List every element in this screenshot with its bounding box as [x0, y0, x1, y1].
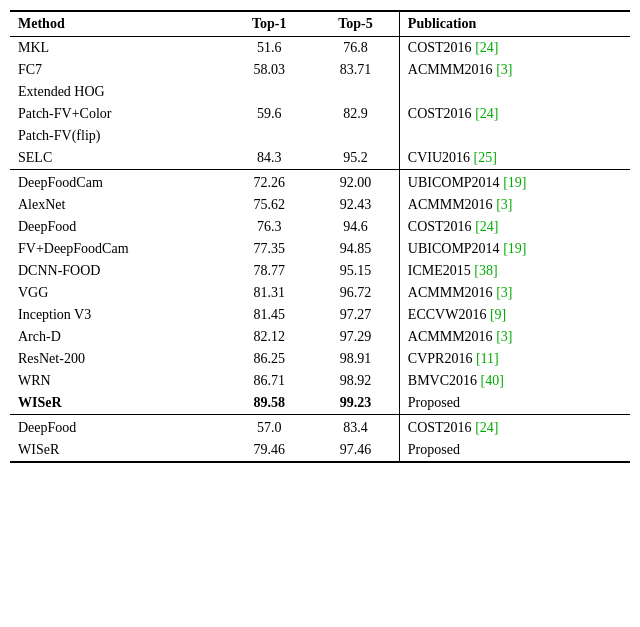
top5-cell: 96.72 — [312, 282, 399, 304]
method-cell: Arch-D — [10, 326, 226, 348]
top1-cell — [226, 81, 312, 103]
table-row: Inception V381.4597.27ECCVW2016 [9] — [10, 304, 630, 326]
publication-cell: BMVC2016 [40] — [399, 370, 630, 392]
top5-header: Top-5 — [312, 11, 399, 37]
top1-cell: 51.6 — [226, 37, 312, 60]
publication-cell: CVPR2016 [11] — [399, 348, 630, 370]
table-row: SELC84.395.2CVIU2016 [25] — [10, 147, 630, 170]
method-cell: DeepFood — [10, 216, 226, 238]
top5-cell: 82.9 — [312, 103, 399, 125]
table-row: MKL51.676.8COST2016 [24] — [10, 37, 630, 60]
top1-cell: 72.26 — [226, 170, 312, 195]
top1-header: Top-1 — [226, 11, 312, 37]
table-row: FC758.0383.71ACMMM2016 [3] — [10, 59, 630, 81]
top5-cell: 99.23 — [312, 392, 399, 415]
method-cell: DeepFood — [10, 415, 226, 440]
method-cell: WISeR — [10, 392, 226, 415]
top1-cell: 86.71 — [226, 370, 312, 392]
table-container: Method Top-1 Top-5 Publication MKL51.676… — [10, 10, 630, 463]
top5-cell — [312, 125, 399, 147]
top1-cell: 89.58 — [226, 392, 312, 415]
top5-cell: 98.92 — [312, 370, 399, 392]
top1-cell: 82.12 — [226, 326, 312, 348]
method-cell: Patch-FV+Color — [10, 103, 226, 125]
method-cell: Patch-FV(flip) — [10, 125, 226, 147]
table-row: AlexNet75.6292.43ACMMM2016 [3] — [10, 194, 630, 216]
method-cell: MKL — [10, 37, 226, 60]
publication-cell: ACMMM2016 [3] — [399, 59, 630, 81]
publication-cell: COST2016 [24] — [399, 415, 630, 440]
publication-cell — [399, 81, 630, 103]
method-cell: ResNet-200 — [10, 348, 226, 370]
publication-cell: UBICOMP2014 [19] — [399, 170, 630, 195]
method-cell: DeepFoodCam — [10, 170, 226, 195]
top5-cell: 95.2 — [312, 147, 399, 170]
top1-cell: 77.35 — [226, 238, 312, 260]
top5-cell: 97.27 — [312, 304, 399, 326]
publication-cell: COST2016 [24] — [399, 37, 630, 60]
publication-cell: ACMMM2016 [3] — [399, 282, 630, 304]
table-row: WISeR89.5899.23Proposed — [10, 392, 630, 415]
publication-cell: COST2016 [24] — [399, 216, 630, 238]
publication-cell — [399, 125, 630, 147]
publication-cell: UBICOMP2014 [19] — [399, 238, 630, 260]
publication-cell: ICME2015 [38] — [399, 260, 630, 282]
top5-cell: 97.29 — [312, 326, 399, 348]
top1-cell: 57.0 — [226, 415, 312, 440]
top5-cell: 92.00 — [312, 170, 399, 195]
top1-cell: 76.3 — [226, 216, 312, 238]
method-cell: DCNN-FOOD — [10, 260, 226, 282]
table-row: ResNet-20086.2598.91CVPR2016 [11] — [10, 348, 630, 370]
top1-cell — [226, 125, 312, 147]
top5-cell: 97.46 — [312, 439, 399, 462]
method-cell: AlexNet — [10, 194, 226, 216]
table-row: Patch-FV(flip) — [10, 125, 630, 147]
table-row: DeepFoodCam72.2692.00UBICOMP2014 [19] — [10, 170, 630, 195]
method-cell: VGG — [10, 282, 226, 304]
method-cell: WRN — [10, 370, 226, 392]
top1-cell: 81.45 — [226, 304, 312, 326]
top5-cell: 83.4 — [312, 415, 399, 440]
publication-header: Publication — [399, 11, 630, 37]
results-table: Method Top-1 Top-5 Publication MKL51.676… — [10, 10, 630, 463]
publication-cell: Proposed — [399, 439, 630, 462]
top1-cell: 59.6 — [226, 103, 312, 125]
top1-cell: 86.25 — [226, 348, 312, 370]
method-cell: FC7 — [10, 59, 226, 81]
publication-cell: COST2016 [24] — [399, 103, 630, 125]
publication-cell: ACMMM2016 [3] — [399, 194, 630, 216]
top5-cell: 95.15 — [312, 260, 399, 282]
top1-cell: 75.62 — [226, 194, 312, 216]
top5-cell: 98.91 — [312, 348, 399, 370]
top1-cell: 78.77 — [226, 260, 312, 282]
top5-cell: 94.85 — [312, 238, 399, 260]
table-row: Extended HOG — [10, 81, 630, 103]
publication-cell: CVIU2016 [25] — [399, 147, 630, 170]
table-row: DeepFood76.394.6COST2016 [24] — [10, 216, 630, 238]
top1-cell: 58.03 — [226, 59, 312, 81]
table-row: WRN86.7198.92BMVC2016 [40] — [10, 370, 630, 392]
top5-cell: 83.71 — [312, 59, 399, 81]
method-cell: WISeR — [10, 439, 226, 462]
method-header: Method — [10, 11, 226, 37]
table-row: DCNN-FOOD78.7795.15ICME2015 [38] — [10, 260, 630, 282]
method-cell: Inception V3 — [10, 304, 226, 326]
table-row: WISeR79.4697.46Proposed — [10, 439, 630, 462]
method-cell: SELC — [10, 147, 226, 170]
publication-cell: Proposed — [399, 392, 630, 415]
top5-cell — [312, 81, 399, 103]
top5-cell: 76.8 — [312, 37, 399, 60]
table-row: Arch-D82.1297.29ACMMM2016 [3] — [10, 326, 630, 348]
top1-cell: 79.46 — [226, 439, 312, 462]
top1-cell: 84.3 — [226, 147, 312, 170]
top1-cell: 81.31 — [226, 282, 312, 304]
table-row: FV+DeepFoodCam77.3594.85UBICOMP2014 [19] — [10, 238, 630, 260]
table-row: DeepFood57.083.4COST2016 [24] — [10, 415, 630, 440]
table-row: VGG81.3196.72ACMMM2016 [3] — [10, 282, 630, 304]
publication-cell: ACMMM2016 [3] — [399, 326, 630, 348]
method-cell: FV+DeepFoodCam — [10, 238, 226, 260]
table-row: Patch-FV+Color59.682.9COST2016 [24] — [10, 103, 630, 125]
publication-cell: ECCVW2016 [9] — [399, 304, 630, 326]
top5-cell: 94.6 — [312, 216, 399, 238]
method-cell: Extended HOG — [10, 81, 226, 103]
